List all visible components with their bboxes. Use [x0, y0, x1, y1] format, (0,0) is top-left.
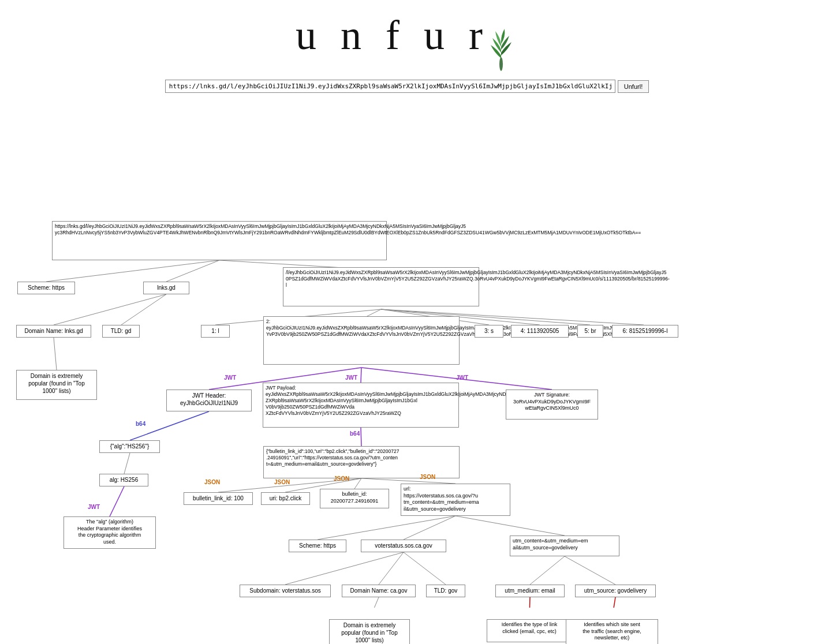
json-label-2: JSON: [274, 479, 290, 485]
svg-line-14: [361, 368, 361, 383]
bulletin-id-node: bulletin_id:20200727.24916091: [320, 489, 389, 508]
svg-line-28: [379, 552, 404, 585]
domain-ca-gov-node: Domain Name: ca.gov: [342, 585, 416, 597]
svg-line-5: [121, 294, 166, 325]
svg-line-27: [285, 552, 404, 585]
svg-line-29: [404, 552, 446, 585]
domain-ca-gov-popular-node: Domain is extremelypopular (found in "To…: [329, 619, 410, 644]
host-voterstatus-node: voterstatus.sos.ca.gov: [361, 540, 446, 552]
seg3-node: 3: s: [475, 325, 503, 338]
jwt-signature-node: JWT Signature:3oRvU4vPXukD9yDoJYKVgmI9Fw…: [506, 390, 598, 420]
jwt-label-2: JWT: [345, 375, 357, 381]
svg-line-32: [369, 597, 379, 608]
svg-line-33: [529, 597, 530, 608]
logo-icon: [484, 21, 518, 74]
svg-line-23: [361, 478, 455, 484]
seg5-node: 5: br: [577, 325, 603, 338]
host-lnks-gd-node: lnks.gd: [143, 282, 189, 294]
b64-label-2: b64: [350, 430, 360, 437]
svg-line-4: [54, 294, 166, 325]
jwt-label-alg: JWT: [88, 504, 100, 510]
alg-hs256-raw-node: {"alg":"HS256"}: [99, 440, 160, 453]
jwt-label-3: JWT: [456, 375, 468, 381]
logo-text: u n f u r: [296, 12, 490, 59]
svg-line-1: [46, 260, 219, 282]
json-label-1: JSON: [204, 479, 220, 485]
url-value-node: url:https://voterstatus.sos.ca.gov/?utm_…: [401, 484, 510, 516]
svg-line-25: [404, 516, 455, 540]
domain-lnks-gd-node: Domain Name: lnks.gd: [16, 325, 91, 338]
query-string-node: utm_content=&utm_medium=email&utm_source…: [510, 536, 619, 556]
utm-source-node: utm_source: govdelivery: [575, 585, 656, 597]
bulletin-link-id-node: bulletin_link_id: 100: [184, 492, 253, 505]
utm-source-info-node: Identifies which site sentthe traffic (s…: [566, 619, 658, 644]
jwt-label-1: JWT: [224, 375, 236, 381]
json-label-3: JSON: [334, 475, 349, 482]
subdomain-voterstatus-node: Subdomain: voterstatus.sos: [240, 585, 331, 597]
svg-line-18: [124, 453, 130, 474]
utm-medium-node: utm_medium: email: [495, 585, 565, 597]
seg6-node: 6: 81525199996-l: [612, 325, 678, 338]
svg-point-0: [499, 57, 503, 71]
svg-line-31: [565, 556, 615, 585]
svg-line-12: [54, 338, 57, 370]
jwt-payload-node: JWT Payload: eyJidWxsZXRpbl9saWsaW5rX2lk…: [263, 383, 459, 428]
svg-line-26: [455, 516, 565, 536]
seg4-node: 4: 1113920505: [511, 325, 569, 338]
path-long-node: /l/eyJhbGciOiJIUzI1NiJ9.eyJidWxsZXRpbl9s…: [283, 267, 479, 306]
svg-line-24: [318, 516, 455, 540]
svg-line-17: [361, 428, 361, 446]
domain-popular-node: Domain is extremelypopular (found in "To…: [16, 370, 97, 400]
app: u n f u r Unfurl!: [0, 0, 814, 644]
seg2-node: 2:eyJhbGciOiJIUzI1NiJ9.eyJidWxsZXRpbl9sa…: [263, 316, 460, 365]
scheme-https-node: Scheme: https: [17, 282, 75, 294]
b64-label-1: b64: [136, 421, 145, 427]
scheme-https2-node: Scheme: https: [289, 540, 346, 552]
seg1-node: 1: l: [201, 325, 230, 338]
json-label-4: JSON: [420, 474, 435, 480]
svg-line-19: [110, 486, 124, 516]
root-url-node: https://lnks.gd/l/eyJhbGciOiJIUzI1NiJ9.e…: [52, 221, 387, 260]
tld-gov-node: TLD: gov: [426, 585, 465, 597]
utm-medium-info-node: Identifies the type of linkclicked (emai…: [487, 619, 572, 642]
alg-jwt-info-node: The "alg" (algorithm)Header Parameter id…: [64, 516, 156, 549]
uri-bp2-node: uri: bp2.click: [261, 492, 310, 505]
svg-line-2: [166, 260, 219, 282]
alg-hs256-node: alg: HS256: [99, 474, 148, 486]
svg-line-34: [612, 597, 615, 608]
svg-line-30: [530, 556, 565, 585]
unfurl-button[interactable]: Unfurl!: [618, 80, 649, 93]
tld-gd-node: TLD: gd: [102, 325, 140, 338]
logo-area: u n f u r: [0, 0, 814, 74]
url-bar: Unfurl!: [147, 80, 667, 93]
jwt-header-node: JWT Header:eyJhbGciOiJIUzI1NiJ9: [166, 390, 252, 411]
url-input[interactable]: [165, 80, 615, 93]
svg-line-22: [354, 478, 361, 489]
tree-diagram: https://lnks.gd/l/eyJhbGciOiJIUzI1NiJ9.e…: [0, 100, 814, 608]
